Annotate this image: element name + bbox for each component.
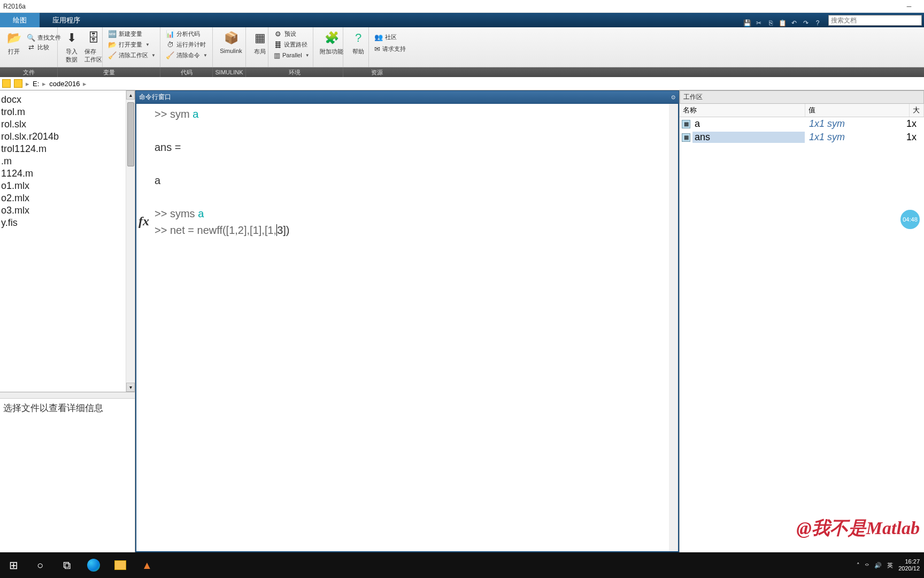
workspace-variable[interactable]: ▦ a 1x1 sym 1x bbox=[680, 117, 924, 131]
undo-icon[interactable]: ↶ bbox=[790, 19, 798, 27]
request-support-button[interactable]: ✉请求支持 bbox=[374, 44, 405, 53]
workspace-panel: 工作区 名称 值 大 ▦ a 1x1 sym 1x ▦ ans 1x1 sym … bbox=[680, 90, 924, 552]
file-item[interactable]: y.fis bbox=[0, 217, 133, 229]
help-button[interactable]: ? 帮助 bbox=[349, 29, 368, 56]
group-label-code: 代码 bbox=[160, 67, 213, 77]
set-path-button[interactable]: 🛤设置路径 bbox=[274, 40, 307, 49]
group-label-simulink: SIMULINK bbox=[213, 67, 246, 77]
command-window-header: 命令行窗口 ⊙ bbox=[135, 90, 679, 104]
volume-icon[interactable]: 🔊 bbox=[874, 562, 882, 569]
col-size[interactable]: 大 bbox=[910, 104, 924, 117]
addons-icon: 🧩 bbox=[323, 29, 340, 47]
file-item[interactable]: o1.mlx bbox=[0, 180, 133, 192]
copy-icon[interactable]: ⎘ bbox=[766, 19, 775, 27]
help-icon[interactable]: ? bbox=[813, 19, 822, 27]
community-icon: 👥 bbox=[374, 33, 383, 41]
file-item[interactable]: .m bbox=[0, 155, 133, 168]
current-folder-panel: docx trol.m rol.slx rol.slx.r2014b trol1… bbox=[0, 90, 135, 552]
file-item[interactable]: docx bbox=[0, 94, 133, 106]
layout-button[interactable]: ▦ 布局 bbox=[251, 29, 268, 56]
chevron-right-icon: ▸ bbox=[26, 80, 29, 88]
clock[interactable]: 16:27 2020/12 bbox=[898, 558, 920, 572]
analyze-icon: 📊 bbox=[166, 29, 174, 38]
edge-icon bbox=[87, 559, 100, 572]
folder-icon bbox=[14, 79, 22, 88]
col-name[interactable]: 名称 bbox=[680, 104, 805, 117]
cut-icon[interactable]: ✂ bbox=[754, 19, 763, 27]
panel-menu-icon[interactable]: ⊙ bbox=[671, 94, 675, 100]
start-button[interactable]: ⊞ bbox=[0, 552, 27, 578]
edge-button[interactable] bbox=[80, 552, 107, 578]
tab-apps[interactable]: 应用程序 bbox=[40, 13, 93, 27]
file-item[interactable]: trol.m bbox=[0, 106, 133, 118]
scroll-down-icon[interactable]: ▾ bbox=[126, 383, 135, 392]
preferences-button[interactable]: ⚙预设 bbox=[274, 29, 307, 38]
file-detail-panel: 选择文件以查看详细信息 bbox=[0, 392, 135, 552]
compare-icon: ⇄ bbox=[27, 43, 35, 52]
open-button[interactable]: 📂 打开 bbox=[5, 29, 22, 56]
scroll-thumb[interactable] bbox=[127, 102, 134, 166]
group-label-res: 资源 bbox=[343, 67, 411, 77]
search-input[interactable] bbox=[828, 15, 922, 26]
scrollbar[interactable] bbox=[669, 104, 678, 551]
save-icon[interactable]: 💾 bbox=[743, 19, 751, 27]
new-variable-button[interactable]: 🆕新建变量 bbox=[108, 29, 155, 38]
file-item[interactable]: 1124.m bbox=[0, 168, 133, 180]
file-item[interactable]: rol.slx.r2014b bbox=[0, 131, 133, 143]
compare-button[interactable]: ⇄比较 bbox=[27, 43, 61, 52]
clear-ws-icon: 🧹 bbox=[108, 51, 117, 59]
scrollbar[interactable]: ▴ ▾ bbox=[126, 90, 135, 392]
open-var-icon: 📂 bbox=[108, 40, 117, 49]
folder-icon bbox=[114, 560, 126, 570]
window-title: R2016a bbox=[3, 3, 897, 10]
scroll-up-icon[interactable]: ▴ bbox=[126, 90, 135, 100]
run-and-time-button[interactable]: ⏱运行并计时 bbox=[166, 40, 207, 49]
cortana-button[interactable]: ○ bbox=[27, 552, 53, 578]
layout-icon: ▦ bbox=[251, 29, 268, 47]
tab-plot[interactable]: 绘图 bbox=[0, 13, 40, 27]
breadcrumb-folder[interactable]: code2016 bbox=[49, 80, 80, 88]
simulink-icon: 📦 bbox=[222, 29, 240, 47]
file-item[interactable]: rol.slx bbox=[0, 118, 133, 131]
matlab-taskbar-button[interactable]: ▲ bbox=[134, 552, 160, 578]
minimize-button[interactable]: ─ bbox=[897, 0, 921, 13]
detail-drag-handle[interactable] bbox=[0, 392, 135, 399]
command-window-title: 命令行窗口 bbox=[139, 93, 171, 102]
wifi-icon[interactable]: ⌔ bbox=[865, 562, 869, 568]
command-window-panel: 命令行窗口 ⊙ >> sym a ans = a >> syms a >> ne… bbox=[135, 90, 680, 552]
task-view-button[interactable]: ⧉ bbox=[53, 552, 80, 578]
quick-access-toolbar: 💾 ✂ ⎘ 📋 ↶ ↷ ? bbox=[738, 19, 826, 27]
file-item[interactable]: o2.mlx bbox=[0, 192, 133, 204]
address-bar[interactable]: ▸ E: ▸ code2016 ▸ bbox=[0, 77, 924, 90]
addons-button[interactable]: 🧩 附加功能 bbox=[319, 29, 344, 56]
community-button[interactable]: 👥社区 bbox=[374, 33, 405, 41]
import-data-button[interactable]: ⬇ 导入 数据 bbox=[63, 29, 80, 64]
open-variable-button[interactable]: 📂打开变量▼ bbox=[108, 40, 155, 49]
ribbon-tabs: 绘图 应用程序 💾 ✂ ⎘ 📋 ↶ ↷ ? bbox=[0, 13, 924, 27]
command-window[interactable]: >> sym a ans = a >> syms a >> net = newf… bbox=[135, 104, 679, 552]
clear-cmd-icon: 🧹 bbox=[166, 51, 174, 59]
chevron-right-icon: ▸ bbox=[42, 80, 46, 88]
redo-icon[interactable]: ↷ bbox=[802, 19, 810, 27]
col-value[interactable]: 值 bbox=[805, 104, 910, 117]
file-item[interactable]: o3.mlx bbox=[0, 204, 133, 217]
path-icon: 🛤 bbox=[274, 40, 282, 49]
explorer-button[interactable] bbox=[107, 552, 134, 578]
timer-badge: 04:48 bbox=[899, 209, 921, 230]
simulink-button[interactable]: 📦 Simulink bbox=[218, 29, 244, 54]
find-files-button[interactable]: 🔍查找文件 bbox=[27, 34, 61, 42]
clear-commands-button[interactable]: 🧹清除命令▼ bbox=[166, 51, 207, 59]
fx-icon[interactable]: fx bbox=[138, 214, 149, 229]
save-workspace-button[interactable]: 🗄 保存 工作区 bbox=[84, 29, 102, 64]
parallel-button[interactable]: ▥Parallel▼ bbox=[274, 51, 307, 59]
tray-chevron-icon[interactable]: ˄ bbox=[857, 562, 860, 569]
workspace-variable[interactable]: ▦ ans 1x1 sym 1x bbox=[680, 131, 924, 144]
new-var-icon: 🆕 bbox=[108, 29, 117, 38]
breadcrumb-drive[interactable]: E: bbox=[33, 80, 39, 88]
file-item[interactable]: trol1124.m bbox=[0, 143, 133, 155]
paste-icon[interactable]: 📋 bbox=[778, 19, 787, 27]
clear-workspace-button[interactable]: 🧹清除工作区▼ bbox=[108, 51, 155, 59]
file-list: docx trol.m rol.slx rol.slx.r2014b trol1… bbox=[0, 90, 135, 392]
ime-indicator[interactable]: 英 bbox=[887, 561, 893, 569]
analyze-code-button[interactable]: 📊分析代码 bbox=[166, 29, 207, 38]
